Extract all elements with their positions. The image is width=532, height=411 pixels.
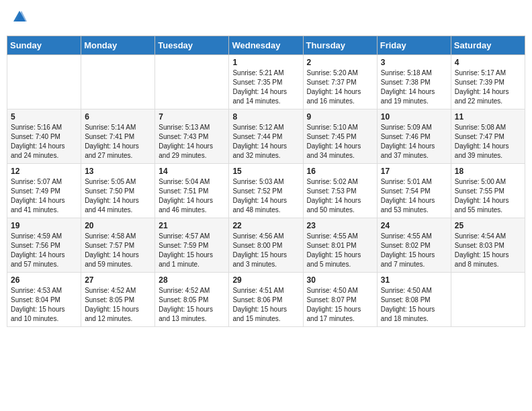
day-info: Sunrise: 5:05 AMSunset: 7:50 PMDaylight:… — [85, 177, 151, 215]
calendar-table: SundayMondayTuesdayWednesdayThursdayFrid… — [7, 36, 525, 327]
day-info: Sunrise: 5:09 AMSunset: 7:46 PMDaylight:… — [381, 123, 447, 161]
calendar-day-cell: 25Sunrise: 4:54 AMSunset: 8:03 PMDayligh… — [451, 218, 525, 272]
day-info: Sunrise: 4:50 AMSunset: 8:08 PMDaylight:… — [381, 286, 447, 324]
day-number: 29 — [232, 275, 299, 285]
empty-cell — [155, 54, 229, 109]
day-info: Sunrise: 5:16 AMSunset: 7:40 PMDaylight:… — [11, 123, 77, 161]
day-number: 4 — [455, 58, 521, 67]
day-info: Sunrise: 5:13 AMSunset: 7:43 PMDaylight:… — [159, 123, 225, 161]
calendar-day-cell: 27Sunrise: 4:52 AMSunset: 8:05 PMDayligh… — [81, 272, 155, 326]
day-number: 26 — [11, 275, 77, 285]
day-info: Sunrise: 5:03 AMSunset: 7:52 PMDaylight:… — [232, 177, 299, 215]
calendar-day-cell: 10Sunrise: 5:09 AMSunset: 7:46 PMDayligh… — [377, 109, 451, 163]
calendar-day-cell: 24Sunrise: 4:55 AMSunset: 8:02 PMDayligh… — [377, 218, 451, 272]
calendar-day-cell: 17Sunrise: 5:01 AMSunset: 7:54 PMDayligh… — [377, 163, 451, 218]
day-number: 1 — [232, 58, 299, 67]
day-number: 21 — [159, 221, 225, 230]
day-number: 24 — [381, 221, 447, 230]
day-number: 27 — [85, 275, 151, 285]
day-info: Sunrise: 5:17 AMSunset: 7:39 PMDaylight:… — [455, 68, 521, 106]
weekday-header-wednesday: Wednesday — [229, 36, 303, 54]
day-number: 25 — [455, 221, 521, 230]
calendar-week-row: 5Sunrise: 5:16 AMSunset: 7:40 PMDaylight… — [7, 109, 525, 163]
day-info: Sunrise: 4:56 AMSunset: 8:00 PMDaylight:… — [232, 232, 299, 269]
calendar-week-row: 26Sunrise: 4:53 AMSunset: 8:04 PMDayligh… — [7, 272, 525, 326]
day-number: 23 — [307, 221, 373, 230]
day-info: Sunrise: 4:52 AMSunset: 8:05 PMDaylight:… — [85, 286, 151, 324]
day-number: 16 — [307, 167, 373, 176]
calendar-day-cell: 31Sunrise: 4:50 AMSunset: 8:08 PMDayligh… — [377, 272, 451, 326]
empty-cell — [81, 54, 155, 109]
day-info: Sunrise: 4:55 AMSunset: 8:01 PMDaylight:… — [307, 232, 373, 269]
day-number: 12 — [11, 167, 77, 176]
calendar-day-cell: 2Sunrise: 5:20 AMSunset: 7:37 PMDaylight… — [303, 54, 377, 109]
calendar-day-cell: 19Sunrise: 4:59 AMSunset: 7:56 PMDayligh… — [7, 218, 81, 272]
weekday-header-friday: Friday — [377, 36, 451, 54]
day-info: Sunrise: 5:01 AMSunset: 7:54 PMDaylight:… — [381, 177, 447, 215]
day-info: Sunrise: 5:10 AMSunset: 7:45 PMDaylight:… — [307, 123, 373, 161]
calendar-day-cell: 9Sunrise: 5:10 AMSunset: 7:45 PMDaylight… — [303, 109, 377, 163]
calendar-day-cell: 4Sunrise: 5:17 AMSunset: 7:39 PMDaylight… — [451, 54, 525, 109]
day-info: Sunrise: 5:04 AMSunset: 7:51 PMDaylight:… — [159, 177, 225, 215]
day-number: 30 — [307, 275, 373, 285]
day-info: Sunrise: 4:51 AMSunset: 8:06 PMDaylight:… — [232, 286, 299, 324]
day-number: 18 — [455, 167, 521, 176]
day-info: Sunrise: 5:21 AMSunset: 7:35 PMDaylight:… — [232, 68, 299, 106]
weekday-header-tuesday: Tuesday — [155, 36, 229, 54]
weekday-header-row: SundayMondayTuesdayWednesdayThursdayFrid… — [7, 36, 525, 54]
day-info: Sunrise: 4:58 AMSunset: 7:57 PMDaylight:… — [85, 232, 151, 269]
calendar-day-cell: 18Sunrise: 5:00 AMSunset: 7:55 PMDayligh… — [451, 163, 525, 218]
weekday-header-saturday: Saturday — [451, 36, 525, 54]
calendar-day-cell: 21Sunrise: 4:57 AMSunset: 7:59 PMDayligh… — [155, 218, 229, 272]
day-number: 5 — [11, 112, 77, 122]
day-number: 28 — [159, 275, 225, 285]
calendar-day-cell: 23Sunrise: 4:55 AMSunset: 8:01 PMDayligh… — [303, 218, 377, 272]
calendar-day-cell: 20Sunrise: 4:58 AMSunset: 7:57 PMDayligh… — [81, 218, 155, 272]
day-number: 15 — [232, 167, 299, 176]
day-info: Sunrise: 4:50 AMSunset: 8:07 PMDaylight:… — [307, 286, 373, 324]
calendar-day-cell: 14Sunrise: 5:04 AMSunset: 7:51 PMDayligh… — [155, 163, 229, 218]
calendar-week-row: 12Sunrise: 5:07 AMSunset: 7:49 PMDayligh… — [7, 163, 525, 218]
calendar-day-cell: 28Sunrise: 4:52 AMSunset: 8:05 PMDayligh… — [155, 272, 229, 326]
calendar-day-cell: 3Sunrise: 5:18 AMSunset: 7:38 PMDaylight… — [377, 54, 451, 109]
day-info: Sunrise: 5:08 AMSunset: 7:47 PMDaylight:… — [455, 123, 521, 161]
calendar-week-row: 19Sunrise: 4:59 AMSunset: 7:56 PMDayligh… — [7, 218, 525, 272]
calendar-day-cell: 6Sunrise: 5:14 AMSunset: 7:41 PMDaylight… — [81, 109, 155, 163]
calendar-day-cell: 22Sunrise: 4:56 AMSunset: 8:00 PMDayligh… — [229, 218, 303, 272]
day-number: 20 — [85, 221, 151, 230]
calendar-day-cell: 11Sunrise: 5:08 AMSunset: 7:47 PMDayligh… — [451, 109, 525, 163]
day-number: 17 — [381, 167, 447, 176]
day-info: Sunrise: 5:02 AMSunset: 7:53 PMDaylight:… — [307, 177, 373, 215]
day-number: 7 — [159, 112, 225, 122]
day-number: 14 — [159, 167, 225, 176]
empty-cell — [7, 54, 81, 109]
calendar-week-row: 1Sunrise: 5:21 AMSunset: 7:35 PMDaylight… — [7, 54, 525, 109]
calendar-day-cell: 15Sunrise: 5:03 AMSunset: 7:52 PMDayligh… — [229, 163, 303, 218]
calendar-day-cell: 8Sunrise: 5:12 AMSunset: 7:44 PMDaylight… — [229, 109, 303, 163]
day-info: Sunrise: 4:59 AMSunset: 7:56 PMDaylight:… — [11, 232, 77, 269]
day-info: Sunrise: 5:18 AMSunset: 7:38 PMDaylight:… — [381, 68, 447, 106]
calendar-day-cell: 12Sunrise: 5:07 AMSunset: 7:49 PMDayligh… — [7, 163, 81, 218]
day-number: 8 — [232, 112, 299, 122]
day-info: Sunrise: 4:54 AMSunset: 8:03 PMDaylight:… — [455, 232, 521, 269]
calendar-day-cell: 29Sunrise: 4:51 AMSunset: 8:06 PMDayligh… — [229, 272, 303, 326]
calendar-day-cell: 1Sunrise: 5:21 AMSunset: 7:35 PMDaylight… — [229, 54, 303, 109]
day-number: 2 — [307, 58, 373, 67]
day-info: Sunrise: 4:53 AMSunset: 8:04 PMDaylight:… — [11, 286, 77, 324]
calendar-day-cell: 26Sunrise: 4:53 AMSunset: 8:04 PMDayligh… — [7, 272, 81, 326]
weekday-header-sunday: Sunday — [7, 36, 81, 54]
logo-icon — [12, 9, 27, 24]
day-number: 6 — [85, 112, 151, 122]
calendar-day-cell: 5Sunrise: 5:16 AMSunset: 7:40 PMDaylight… — [7, 109, 81, 163]
calendar-day-cell: 30Sunrise: 4:50 AMSunset: 8:07 PMDayligh… — [303, 272, 377, 326]
day-number: 31 — [381, 275, 447, 285]
calendar-day-cell: 13Sunrise: 5:05 AMSunset: 7:50 PMDayligh… — [81, 163, 155, 218]
day-info: Sunrise: 5:00 AMSunset: 7:55 PMDaylight:… — [455, 177, 521, 215]
day-info: Sunrise: 5:14 AMSunset: 7:41 PMDaylight:… — [85, 123, 151, 161]
calendar-day-cell: 16Sunrise: 5:02 AMSunset: 7:53 PMDayligh… — [303, 163, 377, 218]
page-header — [7, 7, 525, 30]
day-number: 10 — [381, 112, 447, 122]
weekday-header-thursday: Thursday — [303, 36, 377, 54]
day-info: Sunrise: 4:55 AMSunset: 8:02 PMDaylight:… — [381, 232, 447, 269]
day-info: Sunrise: 4:52 AMSunset: 8:05 PMDaylight:… — [159, 286, 225, 324]
